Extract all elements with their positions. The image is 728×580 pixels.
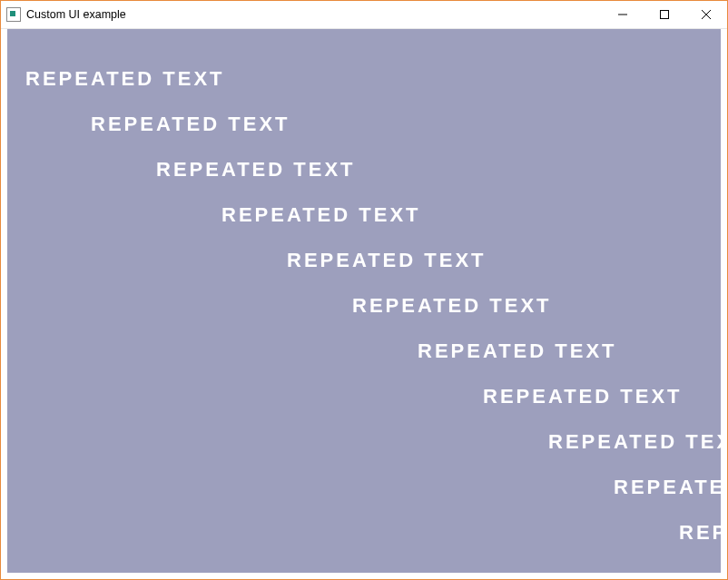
repeated-text-label: REPEATED TEXT	[91, 113, 290, 136]
repeated-text-label: REPEATED TEXT	[25, 67, 225, 91]
window-title: Custom UI example	[26, 8, 126, 21]
repeated-text-label: REPEATED TEXT	[287, 249, 487, 272]
maximize-icon	[660, 10, 669, 19]
repeated-text-label: REPEATED TEXT	[483, 385, 683, 408]
close-icon	[702, 10, 711, 19]
repeated-text-label: REPEATED TEXT	[418, 339, 617, 363]
close-button[interactable]	[685, 1, 727, 28]
maximize-button[interactable]	[644, 1, 685, 28]
window-titlebar: Custom UI example	[1, 1, 727, 29]
repeated-text-label: REPEATED TEXT	[156, 158, 356, 182]
repeated-text-label: REPEATED TEXT	[221, 203, 421, 227]
repeated-text-label: REPEATED TEXT	[679, 521, 721, 545]
minimize-button[interactable]	[602, 1, 644, 28]
svg-rect-1	[661, 11, 669, 19]
canvas-area: REPEATED TEXT REPEATED TEXT REPEATED TEX…	[7, 29, 721, 573]
minimize-icon	[618, 10, 627, 19]
app-icon	[6, 7, 21, 22]
repeated-text-label: REPEATED TEXT	[352, 294, 552, 318]
repeated-text-label: REPEATED TEXT	[548, 430, 721, 454]
window-controls	[602, 1, 727, 28]
repeated-text-label: REPEATED TEXT	[614, 476, 721, 499]
